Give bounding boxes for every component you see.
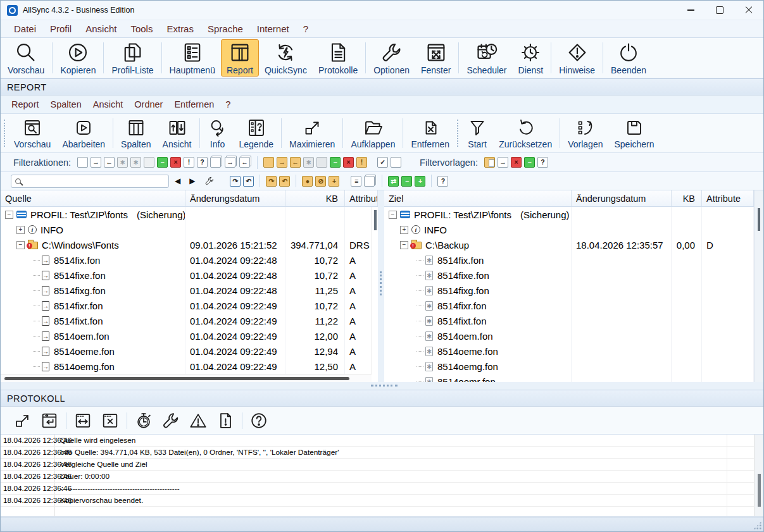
tree-row[interactable]: →8514oeme.fon01.04.2024 09:22:4912,94A [1, 343, 378, 359]
file-delete-icon[interactable]: × [170, 157, 181, 168]
tree-row[interactable]: ∗8514fixt.fon [384, 313, 754, 328]
checkbox-checked-icon[interactable]: ✓ [377, 157, 388, 168]
toolbar-button-start[interactable]: Start [461, 115, 493, 151]
file-disabled-left-icon[interactable]: ∗ [130, 157, 141, 168]
template-folder-page-icon[interactable] [484, 157, 495, 168]
column-header-attribute[interactable]: Attribute [345, 190, 378, 206]
file-disabled-right-icon[interactable]: ∗ [117, 157, 128, 168]
toolbar-button-aufklappen[interactable]: Aufklappen [345, 115, 401, 151]
toolbar-button-hinweise[interactable]: Hinweise [553, 39, 601, 77]
menu-item-profil[interactable]: Profil [43, 23, 78, 34]
template-copy-right-icon[interactable]: → [498, 157, 508, 168]
toolbar-button-scheduler[interactable]: Scheduler [461, 39, 512, 77]
file-copy-right-icon[interactable]: → [91, 157, 101, 168]
settings-button[interactable] [158, 409, 184, 433]
tree-row[interactable]: →8514fixe.fon01.04.2024 09:22:4810,72A [1, 268, 378, 283]
menu-item-datei[interactable]: Datei [7, 23, 43, 34]
toolbar-button-zur-cksetzen[interactable]: Zurücksetzen [493, 115, 558, 151]
folder-warning-icon[interactable]: ! [356, 157, 367, 168]
source-vscroll-thumb[interactable] [374, 210, 377, 230]
menu-item-spalten[interactable]: Spalten [45, 99, 87, 109]
tree-row[interactable]: ∗8514fix.fon [384, 252, 754, 268]
undo-folder-icon[interactable]: ↶ [279, 176, 290, 187]
folder-mark-icon[interactable]: ● [302, 176, 313, 187]
template-exclude-icon[interactable]: − [524, 157, 535, 168]
redo-window-icon[interactable]: ↷ [230, 176, 241, 187]
expand-toggle[interactable]: + [400, 226, 408, 234]
toolbar-grip-icon[interactable] [4, 120, 5, 147]
tree-row[interactable]: →8514fixg.fon01.04.2024 09:22:4811,25A [1, 283, 378, 298]
tree-row[interactable]: −!C:\Backup18.04.2026 12:35:570,00D [384, 237, 754, 252]
files-pair-icon[interactable] [210, 157, 221, 168]
tree-row[interactable]: ∗8514fixg.fon [384, 283, 754, 298]
toolbar-button-hauptmen[interactable]: Hauptmenü [164, 39, 221, 77]
folder-blank-icon[interactable] [263, 157, 274, 168]
toolbar-button-kopieren[interactable]: Kopieren [54, 39, 101, 77]
column-header-attribute[interactable]: Attribute [702, 190, 754, 206]
source-hscroll-thumb[interactable] [4, 377, 349, 380]
folder-block-icon[interactable]: ⊘ [315, 176, 326, 187]
tree-row[interactable]: →8514fix.fon01.04.2024 09:22:4810,72A [1, 252, 378, 268]
tree-row[interactable]: ∗8514fixe.fon [384, 268, 754, 283]
search-input[interactable] [23, 176, 168, 186]
column-header-nderungsdatum[interactable]: Änderungsdatum [572, 190, 672, 206]
file-warning-icon[interactable]: ! [184, 157, 194, 168]
toolbar-button-spalten[interactable]: Spalten [115, 115, 156, 151]
toolbar-button-dienst[interactable]: Dienst [513, 39, 549, 77]
tree-row[interactable]: →8514fixt.fon01.04.2024 09:22:4911,22A [1, 313, 378, 328]
toolbar-button-profil-liste[interactable]: Profil-Liste [106, 39, 159, 77]
toolbar-button-ansicht[interactable]: Ansicht [157, 115, 197, 151]
minimize-button[interactable] [676, 1, 705, 20]
column-header-kb[interactable]: KB [672, 190, 702, 206]
column-header-ziel[interactable]: Ziel [384, 190, 572, 206]
collapse-toggle[interactable]: − [16, 241, 25, 249]
column-header-quelle[interactable]: Quelle [1, 190, 185, 206]
folder-copy-left-icon[interactable]: ← [290, 157, 301, 168]
column-header-nderungsdatum[interactable]: Änderungsdatum [185, 190, 285, 206]
toolbar-button-info[interactable]: Info [202, 115, 234, 151]
file-copy-left-icon[interactable]: ← [104, 157, 115, 168]
menu-item-ansicht[interactable]: Ansicht [87, 99, 129, 109]
maximize-button[interactable] [705, 1, 734, 20]
menu-item-tools[interactable]: Tools [123, 23, 160, 34]
column-header-kb[interactable]: KB [285, 190, 345, 206]
errors-button[interactable] [212, 409, 239, 433]
menu-item-[interactable]: ? [220, 99, 236, 109]
folder-disabled-icon[interactable]: ∗ [303, 157, 314, 168]
toolbar-button-beenden[interactable]: Beenden [605, 39, 652, 77]
back-arrow-icon[interactable]: ◀ [172, 176, 184, 185]
search-settings-button[interactable] [201, 173, 218, 189]
toolbar-button-vorlagen[interactable]: Vorlagen [562, 115, 608, 151]
menu-item-ordner[interactable]: Ordner [128, 99, 168, 109]
toolbar-button-protokolle[interactable]: Protokolle [313, 39, 363, 77]
tree-row[interactable]: ∗8514oem.fon [384, 328, 754, 343]
help-button[interactable] [246, 409, 272, 433]
toolbar-button-maximieren[interactable]: Maximieren [284, 115, 341, 151]
toolbar-button-optionen[interactable]: Optionen [368, 39, 415, 77]
pages-sync-green-icon[interactable]: ⇄ [388, 176, 399, 187]
tree-row[interactable]: ∗8514fixr.fon [384, 298, 754, 313]
toolbar-button-legende[interactable]: Legende [234, 115, 280, 151]
file-blank-icon[interactable] [77, 157, 88, 168]
file-unknown-icon[interactable]: ? [197, 157, 208, 168]
files-pair-right-icon[interactable]: → [225, 157, 235, 168]
tree-row[interactable]: −PROFIL: Test\ZIP\fonts(Sicherung) [1, 207, 378, 222]
folder-add-icon[interactable]: + [329, 176, 339, 187]
collapse-toggle[interactable]: − [400, 241, 408, 249]
tree-row[interactable]: ∗8514oemr.fon [384, 374, 754, 382]
toolbar-button-fenster[interactable]: Fenster [415, 39, 456, 77]
tree-row[interactable]: +iINFO [384, 222, 754, 237]
pages-copy-green-icon[interactable]: + [415, 176, 425, 187]
window-return-button[interactable] [36, 409, 63, 433]
close-button[interactable] [734, 1, 763, 20]
expand-toggle[interactable]: + [16, 226, 25, 234]
page-list-icon[interactable]: ≡ [351, 176, 361, 187]
toolbar-button-quicksync[interactable]: QuickSync [259, 39, 313, 77]
log-vscroll-thumb[interactable] [758, 474, 761, 507]
tree-row[interactable]: −!C:\Windows\Fonts09.01.2026 15:21:52394… [1, 237, 378, 252]
resize-grip-icon[interactable] [753, 521, 761, 529]
folder-delete-icon[interactable]: × [343, 157, 354, 168]
target-vscroll-thumb[interactable] [758, 208, 760, 231]
warnings-button[interactable] [185, 409, 211, 433]
checkbox-unchecked-icon[interactable] [391, 157, 401, 168]
